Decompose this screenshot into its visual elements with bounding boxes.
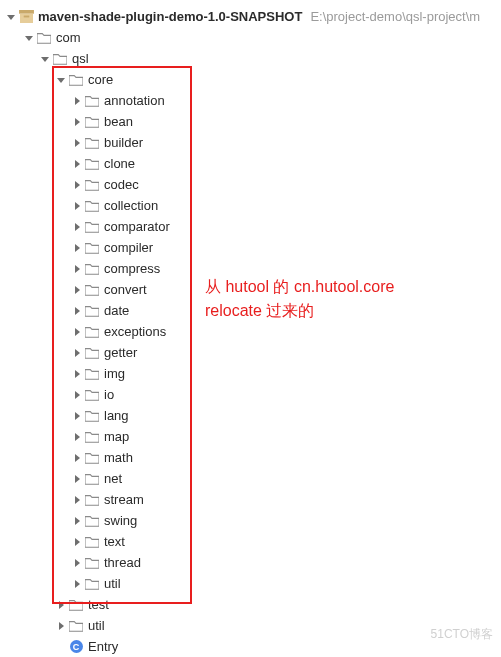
- expand-arrow[interactable]: [70, 349, 84, 357]
- tree-item-label: builder: [104, 135, 143, 150]
- expand-arrow[interactable]: [70, 97, 84, 105]
- expand-arrow[interactable]: [54, 622, 68, 630]
- tree-item-swing[interactable]: swing: [4, 510, 501, 531]
- expand-arrow[interactable]: [70, 538, 84, 546]
- expand-arrow[interactable]: [70, 181, 84, 189]
- tree-item-label: Entry: [88, 639, 118, 654]
- tree-item-text[interactable]: text: [4, 531, 501, 552]
- expand-arrow[interactable]: [70, 118, 84, 126]
- tree-item-lang[interactable]: lang: [4, 405, 501, 426]
- tree-item-exceptions[interactable]: exceptions: [4, 321, 501, 342]
- folder-icon: [84, 556, 100, 570]
- tree-item-comparator[interactable]: comparator: [4, 216, 501, 237]
- tree-item-util[interactable]: util: [4, 573, 501, 594]
- folder-icon: [84, 94, 100, 108]
- expand-arrow[interactable]: [54, 76, 68, 84]
- tree-item-label: thread: [104, 555, 141, 570]
- tree-item-qsl[interactable]: qsl: [4, 48, 501, 69]
- expand-arrow[interactable]: [70, 370, 84, 378]
- folder-icon: [84, 388, 100, 402]
- expand-arrow[interactable]: [70, 265, 84, 273]
- tree-item-codec[interactable]: codec: [4, 174, 501, 195]
- expand-arrow[interactable]: [70, 454, 84, 462]
- annotation-line2: relocate 过来的: [205, 299, 394, 323]
- tree-root-row[interactable]: maven-shade-plugin-demo-1.0-SNAPSHOT E:\…: [4, 6, 501, 27]
- tree-item-label: getter: [104, 345, 137, 360]
- expand-arrow[interactable]: [70, 202, 84, 210]
- expand-arrow[interactable]: [70, 475, 84, 483]
- expand-arrow[interactable]: [70, 307, 84, 315]
- tree-item-builder[interactable]: builder: [4, 132, 501, 153]
- folder-icon: [84, 262, 100, 276]
- tree-item-thread[interactable]: thread: [4, 552, 501, 573]
- tree-item-label: io: [104, 387, 114, 402]
- tree-item-core[interactable]: core: [4, 69, 501, 90]
- tree-item-bean[interactable]: bean: [4, 111, 501, 132]
- tree-item-compiler[interactable]: compiler: [4, 237, 501, 258]
- tree-item-label: swing: [104, 513, 137, 528]
- expand-arrow[interactable]: [70, 139, 84, 147]
- expand-arrow[interactable]: [70, 412, 84, 420]
- svg-rect-2: [23, 16, 29, 18]
- folder-icon: [84, 514, 100, 528]
- tree-item-label: math: [104, 450, 133, 465]
- expand-arrow[interactable]: [70, 559, 84, 567]
- expand-arrow[interactable]: [70, 580, 84, 588]
- tree-item-label: img: [104, 366, 125, 381]
- tree-item-img[interactable]: img: [4, 363, 501, 384]
- tree-item-label: net: [104, 471, 122, 486]
- tree-item-com[interactable]: com: [4, 27, 501, 48]
- tree-item-label: annotation: [104, 93, 165, 108]
- tree-item-annotation[interactable]: annotation: [4, 90, 501, 111]
- expand-arrow[interactable]: [70, 286, 84, 294]
- tree-item-label: codec: [104, 177, 139, 192]
- expand-arrow[interactable]: [70, 496, 84, 504]
- expand-arrow[interactable]: [38, 55, 52, 63]
- svg-rect-0: [19, 10, 34, 14]
- tree-item-label: compiler: [104, 240, 153, 255]
- tree-item-label: util: [104, 576, 121, 591]
- project-tree: comqslcoreannotationbeanbuilderclonecode…: [4, 27, 501, 657]
- folder-icon: [84, 472, 100, 486]
- tree-item-clone[interactable]: clone: [4, 153, 501, 174]
- tree-item-entry[interactable]: CEntry: [4, 636, 501, 657]
- tree-item-collection[interactable]: collection: [4, 195, 501, 216]
- tree-item-label: collection: [104, 198, 158, 213]
- folder-icon: [84, 157, 100, 171]
- tree-item-label: map: [104, 429, 129, 444]
- folder-icon: [84, 283, 100, 297]
- tree-item-test[interactable]: test: [4, 594, 501, 615]
- tree-item-getter[interactable]: getter: [4, 342, 501, 363]
- folder-icon: [36, 31, 52, 45]
- tree-item-util[interactable]: util: [4, 615, 501, 636]
- tree-item-label: util: [88, 618, 105, 633]
- tree-item-io[interactable]: io: [4, 384, 501, 405]
- tree-item-label: stream: [104, 492, 144, 507]
- folder-icon: [84, 199, 100, 213]
- expand-arrow[interactable]: [70, 160, 84, 168]
- folder-icon: [84, 115, 100, 129]
- tree-item-label: convert: [104, 282, 147, 297]
- folder-icon: [84, 136, 100, 150]
- tree-item-label: core: [88, 72, 113, 87]
- expand-arrow[interactable]: [70, 328, 84, 336]
- folder-icon: [84, 430, 100, 444]
- tree-item-net[interactable]: net: [4, 468, 501, 489]
- tree-item-stream[interactable]: stream: [4, 489, 501, 510]
- expand-arrow[interactable]: [70, 517, 84, 525]
- expand-arrow[interactable]: [4, 13, 18, 21]
- expand-arrow[interactable]: [70, 223, 84, 231]
- tree-item-label: clone: [104, 156, 135, 171]
- expand-arrow[interactable]: [22, 34, 36, 42]
- class-icon: C: [68, 640, 84, 653]
- expand-arrow[interactable]: [70, 391, 84, 399]
- expand-arrow[interactable]: [70, 433, 84, 441]
- folder-icon: [52, 52, 68, 66]
- archive-icon: [18, 10, 34, 23]
- expand-arrow[interactable]: [54, 601, 68, 609]
- tree-item-math[interactable]: math: [4, 447, 501, 468]
- expand-arrow[interactable]: [70, 244, 84, 252]
- tree-item-label: exceptions: [104, 324, 166, 339]
- folder-icon: [68, 619, 84, 633]
- tree-item-map[interactable]: map: [4, 426, 501, 447]
